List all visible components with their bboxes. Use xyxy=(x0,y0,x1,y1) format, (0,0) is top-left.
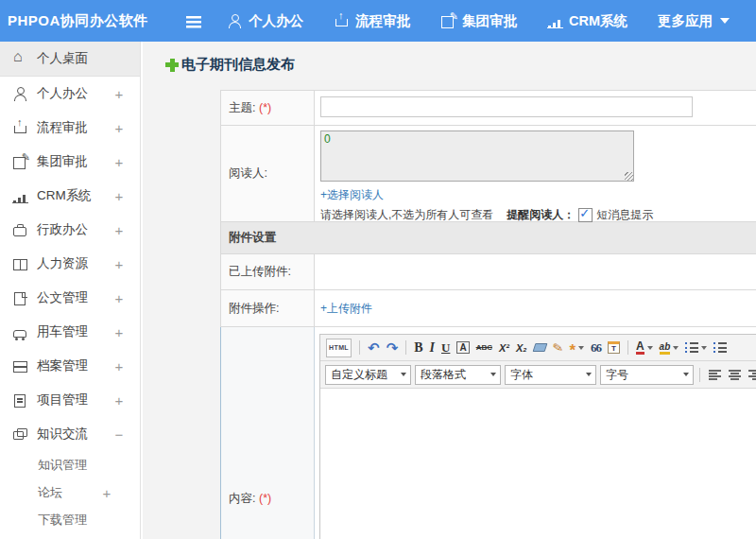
dropdown-caret-icon xyxy=(673,346,679,350)
dropdown-caret-icon xyxy=(586,373,592,376)
expand-toggle-icon[interactable]: + xyxy=(112,86,126,102)
expand-toggle-icon[interactable]: − xyxy=(112,426,126,443)
bar-chart-icon xyxy=(547,13,563,28)
sidebar-item-label: CRM系统 xyxy=(37,187,92,204)
upload-attachment-link[interactable]: +上传附件 xyxy=(320,301,372,317)
dropdown-caret-icon xyxy=(401,373,406,376)
sms-notify-checkbox[interactable] xyxy=(578,208,593,222)
strikethrough-icon[interactable]: ABC xyxy=(475,339,493,356)
expand-toggle-icon[interactable]: + xyxy=(112,256,126,272)
sidebar-item-knowledge-exchange[interactable]: 知识交流 − xyxy=(0,417,140,451)
bar-chart-icon xyxy=(12,188,28,203)
sidebar-item-archive-management[interactable]: 档案管理 + xyxy=(0,349,140,383)
ordered-list-icon[interactable] xyxy=(684,339,708,356)
eraser-icon[interactable] xyxy=(533,339,547,356)
sidebar-item-label: 知识管理 xyxy=(38,457,87,474)
font-box-icon[interactable]: A xyxy=(455,339,470,356)
choose-readers-link[interactable]: +选择阅读人 xyxy=(320,187,384,203)
sidebar-item-label: 行政办公 xyxy=(37,221,88,238)
nav-label: 个人办公 xyxy=(249,12,303,30)
separator xyxy=(359,340,360,355)
uploaded-label: 已上传附件: xyxy=(221,254,315,289)
expand-toggle-icon[interactable]: + xyxy=(112,188,126,204)
autoformat-icon[interactable]: * xyxy=(568,339,585,356)
italic-icon[interactable]: I xyxy=(429,339,436,356)
sidebar-item-document-management[interactable]: 公文管理 + xyxy=(0,281,140,315)
remind-readers-label: 提醒阅读人： xyxy=(507,207,575,223)
superscript-icon[interactable]: X² xyxy=(498,339,510,356)
expand-toggle-icon[interactable]: + xyxy=(112,154,126,170)
page-header: 电子期刊信息发布 xyxy=(165,56,756,74)
custom-title-select[interactable]: 自定义标题 xyxy=(325,365,411,385)
sidebar-item-label: 个人办公 xyxy=(37,85,88,102)
content-value-cell: HTML ↶ ↷ xyxy=(315,327,756,539)
sidebar-item-workflow-approval[interactable]: 流程审批 + xyxy=(0,111,140,145)
nav-label: 集团审批 xyxy=(462,12,517,30)
nav-label: CRM系统 xyxy=(569,12,627,30)
blockquote-icon[interactable]: 66 xyxy=(590,339,602,356)
nav-more-apps[interactable]: 更多应用 xyxy=(658,12,730,30)
sidebar-item-project-management[interactable]: 项目管理 + xyxy=(0,383,140,417)
top-nav: 个人办公 流程审批 集团审批 CRM系统 更多应用 xyxy=(227,12,730,30)
add-plus-icon xyxy=(165,59,179,72)
project-icon xyxy=(12,392,28,408)
subject-input[interactable] xyxy=(320,96,693,117)
sidebar-item-group-approval[interactable]: 集团审批 + xyxy=(0,145,140,179)
briefcase-icon xyxy=(12,222,28,237)
paste-text-icon[interactable]: T xyxy=(607,339,621,356)
sidebar-item-administrative-office[interactable]: 行政办公 + xyxy=(0,213,140,247)
font-family-select[interactable]: 字体 xyxy=(505,365,596,385)
align-left-icon[interactable] xyxy=(708,366,722,383)
sidebar-item-forum[interactable]: 论坛 + xyxy=(0,478,140,506)
sidebar-item-vehicle-management[interactable]: 用车管理 + xyxy=(0,315,140,349)
workflow-icon xyxy=(12,120,28,135)
sidebar-item-human-resources[interactable]: 人力资源 + xyxy=(0,247,140,281)
nav-label: 更多应用 xyxy=(658,12,713,30)
content-label-cell: 内容: (*) xyxy=(221,327,315,539)
hamburger-menu-icon[interactable] xyxy=(185,13,202,28)
required-mark: (*) xyxy=(259,101,271,114)
font-color-icon[interactable]: A xyxy=(635,339,654,356)
expand-toggle-icon[interactable]: + xyxy=(112,120,126,136)
sidebar-item-download-management[interactable]: 下载管理 xyxy=(0,506,140,533)
nav-personal-office[interactable]: 个人办公 xyxy=(227,12,303,30)
expand-toggle-icon[interactable]: + xyxy=(112,222,126,238)
person-icon xyxy=(227,13,243,28)
rich-text-editor: HTML ↶ ↷ xyxy=(319,334,756,539)
readers-value-cell: 0 +选择阅读人 请选择阅读人,不选为所有人可查看 提醒阅读人： 短消息提示 xyxy=(315,126,756,221)
font-size-select[interactable]: 字号 xyxy=(600,365,694,385)
paragraph-format-select[interactable]: 段落格式 xyxy=(415,365,501,385)
attachment-section-header: 附件设置 xyxy=(221,222,756,254)
html-source-icon[interactable]: HTML xyxy=(325,339,352,356)
align-center-icon[interactable] xyxy=(728,366,742,383)
highlight-icon[interactable]: ab xyxy=(659,339,680,356)
sidebar-item-personal-desktop[interactable]: 个人桌面 xyxy=(0,42,140,77)
readers-row: 阅读人: 0 +选择阅读人 请选择阅读人,不选为所有人可查看 提醒阅读人： 短消… xyxy=(221,126,756,222)
sidebar-item-knowledge-management[interactable]: 知识管理 xyxy=(0,451,140,478)
subscript-icon[interactable]: X₂ xyxy=(515,339,528,356)
readers-textarea[interactable]: 0 xyxy=(320,130,634,182)
bold-icon[interactable]: B xyxy=(413,339,423,356)
subject-row: 主题: (*) xyxy=(221,91,756,126)
expand-toggle-icon[interactable]: + xyxy=(112,392,126,409)
editor-content-area[interactable] xyxy=(320,389,756,539)
sidebar-item-crm-system[interactable]: CRM系统 + xyxy=(0,179,140,213)
expand-toggle-icon[interactable]: + xyxy=(100,484,113,500)
expand-toggle-icon[interactable]: + xyxy=(112,324,126,340)
underline-icon[interactable]: U xyxy=(440,339,451,356)
expand-toggle-icon[interactable]: + xyxy=(112,290,126,306)
align-right-icon[interactable] xyxy=(747,366,756,383)
sidebar-item-public-file-cabinet[interactable]: 公共文件柜 xyxy=(0,533,140,539)
page-title: 电子期刊信息发布 xyxy=(181,56,295,74)
app-logo: PHPOA协同办公软件 xyxy=(0,12,185,30)
uploaded-value-cell xyxy=(315,254,756,289)
redo-icon[interactable]: ↷ xyxy=(386,339,400,356)
expand-toggle-icon[interactable]: + xyxy=(112,358,126,374)
nav-crm-system[interactable]: CRM系统 xyxy=(547,12,627,30)
format-brush-icon[interactable]: ✎ xyxy=(552,339,564,356)
nav-group-approval[interactable]: 集团审批 xyxy=(440,12,517,30)
undo-icon[interactable]: ↶ xyxy=(367,339,381,356)
sidebar-item-personal-office[interactable]: 个人办公 + xyxy=(0,77,140,111)
unordered-list-icon[interactable] xyxy=(713,339,728,356)
nav-workflow-approval[interactable]: 流程审批 xyxy=(334,12,410,30)
